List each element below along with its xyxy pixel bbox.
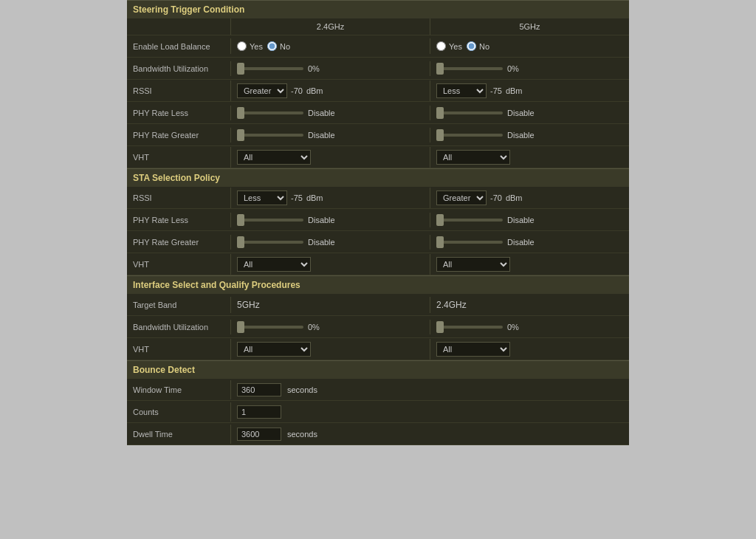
vht-select-5-sta[interactable]: All Non-VHT only VHT only	[436, 257, 510, 272]
rssi-label-sta: RSSI	[127, 190, 230, 206]
bw-value-24-iface: 0%	[308, 323, 341, 332]
rssi-condition-select-24-sta[interactable]: Less Greater	[237, 190, 287, 205]
phy-rate-less-label-trigger: PHY Rate Less	[127, 105, 230, 121]
rssi-unit-24-trigger: dBm	[306, 86, 323, 95]
bw-slider-24-iface[interactable]	[237, 326, 303, 329]
dwell-time-unit: seconds	[287, 430, 317, 439]
phy-rate-greater-label-trigger: PHY Rate Greater	[127, 127, 230, 143]
enable-load-balance-5ghz: Yes No	[430, 38, 629, 54]
counts-value-area	[230, 402, 629, 422]
dwell-time-row: Dwell Time seconds	[127, 423, 629, 445]
rssi-row-sta: RSSI Less Greater -75 dBm Greater Less	[127, 187, 629, 209]
phy-less-slider-24-sta[interactable]	[237, 219, 303, 222]
phy-greater-slider-5-trigger[interactable]	[436, 134, 503, 137]
rssi-unit-5-sta: dBm	[506, 193, 523, 202]
target-band-24ghz: 5GHz	[230, 297, 430, 313]
vht-24ghz-trigger: All Non-VHT only VHT only	[230, 147, 430, 168]
bw-util-24ghz-trigger: 0%	[230, 61, 430, 76]
window-time-input[interactable]	[237, 383, 281, 396]
phy-greater-slider-24-sta[interactable]	[237, 241, 303, 244]
rssi-unit-5-trigger: dBm	[506, 86, 523, 95]
bw-util-5ghz-trigger: 0%	[430, 61, 629, 76]
steering-trigger-header: Steering Trigger Condition	[127, 0, 629, 18]
phy-less-slider-5-trigger[interactable]	[436, 111, 503, 114]
bw-util-row-iface: Bandwidth Utilization 0% 0%	[127, 316, 629, 338]
main-container: Steering Trigger Condition 2.4GHz 5GHz E…	[127, 0, 629, 445]
band-24ghz-label: 2.4GHz	[230, 18, 430, 35]
phy-rate-less-5-sta: Disable	[430, 213, 629, 227]
vht-select-24-iface[interactable]: All Non-VHT only VHT only	[237, 342, 311, 357]
radio-no-24[interactable]	[267, 41, 277, 51]
phy-greater-slider-24-trigger[interactable]	[237, 134, 303, 137]
vht-label-iface: VHT	[127, 341, 230, 357]
rssi-24ghz-sta: Less Greater -75 dBm	[230, 188, 430, 208]
phy-rate-less-label-sta: PHY Rate Less	[127, 212, 230, 228]
bw-value-5-trigger: 0%	[507, 64, 540, 73]
vht-5ghz-trigger: All Non-VHT only VHT only	[430, 147, 629, 168]
rssi-unit-24-sta: dBm	[306, 193, 323, 202]
phy-rate-greater-label-sta: PHY Rate Greater	[127, 234, 230, 250]
bounce-detect-header: Bounce Detect	[127, 360, 629, 379]
phy-less-slider-5-sta[interactable]	[436, 219, 503, 222]
radio-group-no-5: No	[467, 41, 489, 51]
rssi-condition-select-5-sta[interactable]: Greater Less	[436, 190, 487, 205]
rssi-condition-select-24-trigger[interactable]: Greater Less	[237, 83, 287, 98]
phy-greater-slider-5-sta[interactable]	[436, 241, 503, 244]
phy-rate-less-5-trigger: Disable	[430, 106, 629, 120]
bw-slider-24-trigger[interactable]	[237, 67, 303, 70]
bw-slider-5-trigger[interactable]	[436, 67, 503, 70]
vht-24ghz-sta: All Non-VHT only VHT only	[230, 254, 430, 275]
phy-rate-less-row-trigger: PHY Rate Less Disable Disable	[127, 102, 629, 124]
phy-greater-value-24-sta: Disable	[308, 238, 341, 247]
vht-label-sta: VHT	[127, 256, 230, 272]
rssi-value-5-trigger: -75	[490, 86, 502, 95]
band-5ghz-label: 5GHz	[430, 18, 629, 35]
vht-select-5-trigger[interactable]: All Non-VHT only VHT only	[436, 150, 510, 165]
vht-5ghz-iface: All Non-VHT only VHT only	[430, 339, 629, 360]
window-time-label: Window Time	[127, 382, 230, 398]
phy-rate-less-24-sta: Disable	[230, 213, 430, 227]
vht-select-24-sta[interactable]: All Non-VHT only VHT only	[237, 257, 311, 272]
sta-selection-header: STA Selection Policy	[127, 168, 629, 187]
phy-less-value-5-sta: Disable	[507, 216, 540, 224]
phy-rate-less-24-trigger: Disable	[230, 106, 430, 120]
rssi-24ghz-trigger: Greater Less -70 dBm	[230, 80, 430, 101]
vht-select-5-iface[interactable]: All Non-VHT only VHT only	[436, 342, 510, 357]
bw-slider-5-iface[interactable]	[436, 326, 503, 329]
vht-row-sta: VHT All Non-VHT only VHT only All Non-VH…	[127, 253, 629, 275]
bw-util-row-trigger: Bandwidth Utilization 0% 0%	[127, 58, 629, 80]
interface-select-header: Interface Select and Qualify Procedures	[127, 275, 629, 294]
target-band-value-24: 5GHz	[237, 300, 260, 310]
bw-util-label-iface: Bandwidth Utilization	[127, 319, 230, 335]
radio-yes-5[interactable]	[436, 41, 446, 51]
counts-input[interactable]	[237, 405, 281, 419]
phy-rate-greater-24-sta: Disable	[230, 235, 430, 250]
radio-group-no-24: No	[267, 41, 290, 51]
phy-less-slider-24-trigger[interactable]	[237, 111, 303, 114]
vht-select-24-trigger[interactable]: All Non-VHT only VHT only	[237, 150, 311, 165]
sta-selection-body: RSSI Less Greater -75 dBm Greater Less	[127, 187, 629, 275]
rssi-condition-select-5-trigger[interactable]: Less Greater	[436, 83, 487, 98]
interface-select-body: Target Band 5GHz 2.4GHz Bandwidth Utiliz…	[127, 294, 629, 360]
target-band-row: Target Band 5GHz 2.4GHz	[127, 294, 629, 316]
enable-load-balance-row: Enable Load Balance Yes No Yes N	[127, 35, 629, 58]
bw-util-5ghz-iface: 0%	[430, 320, 629, 334]
rssi-value-24-sta: -75	[291, 193, 303, 202]
bw-util-24ghz-iface: 0%	[230, 320, 430, 334]
dwell-time-input[interactable]	[237, 428, 281, 441]
vht-row-iface: VHT All Non-VHT only VHT only All Non-VH…	[127, 338, 629, 360]
enable-load-balance-label: Enable Load Balance	[127, 38, 230, 55]
rssi-5ghz-trigger: Less Greater -75 dBm	[430, 80, 629, 101]
target-band-value-5: 2.4GHz	[436, 300, 467, 310]
rssi-value-5-sta: -70	[490, 193, 502, 202]
steering-trigger-body: 2.4GHz 5GHz Enable Load Balance Yes No Y…	[127, 18, 629, 168]
phy-less-value-5-trigger: Disable	[507, 109, 540, 117]
bw-value-24-trigger: 0%	[308, 64, 341, 73]
radio-no-5[interactable]	[467, 41, 476, 51]
rssi-label-trigger: RSSI	[127, 83, 230, 99]
phy-rate-less-row-sta: PHY Rate Less Disable Disable	[127, 209, 629, 231]
window-time-row: Window Time seconds	[127, 379, 629, 401]
window-time-value-area: seconds	[230, 380, 629, 399]
radio-yes-24[interactable]	[237, 41, 247, 51]
vht-5ghz-sta: All Non-VHT only VHT only	[430, 254, 629, 275]
